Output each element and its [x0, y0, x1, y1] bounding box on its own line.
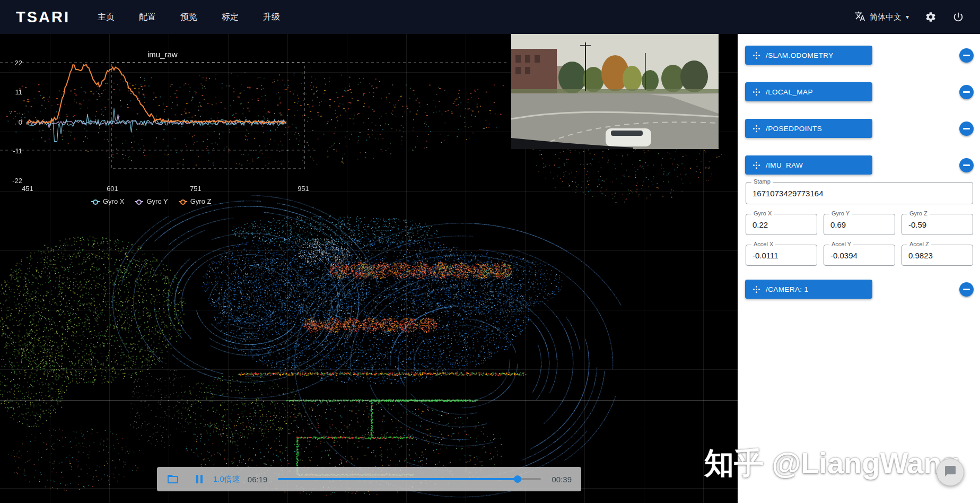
language-label: 简体中文 — [870, 12, 902, 22]
legend-label: Gyro Z — [190, 197, 212, 205]
topic-icon — [752, 285, 760, 293]
accel-z-field-wrap: Accel Z — [902, 245, 973, 266]
topic-row: /CAMERA: 1 — [745, 280, 974, 299]
remove-topic-button[interactable] — [959, 85, 974, 99]
stamp-field[interactable] — [746, 183, 973, 204]
power-button[interactable] — [952, 11, 964, 23]
remove-topic-button[interactable] — [959, 158, 974, 172]
nav-config[interactable]: 配置 — [139, 12, 156, 23]
gyro-z-field[interactable] — [902, 214, 973, 235]
accel-y-field-wrap: Accel Y — [824, 245, 895, 266]
camera-scene — [511, 34, 719, 149]
chart-title: imu_raw — [147, 50, 178, 59]
gyro-x-field[interactable] — [746, 214, 817, 235]
legend-gyro-z: Gyro Z — [179, 197, 212, 205]
topic-label: /IMU_RAW — [766, 161, 803, 169]
nav-upgrade[interactable]: 升级 — [263, 12, 280, 23]
accel-x-field-wrap: Accel X — [746, 245, 817, 266]
topic-icon — [752, 88, 760, 96]
legend-gyro-x: Gyro X — [91, 197, 124, 205]
gyro-y-field-wrap: Gyro Y — [824, 214, 895, 235]
topic-row: /LOCAL_MAP — [745, 82, 974, 101]
remove-topic-button[interactable] — [959, 122, 974, 136]
remove-topic-button[interactable] — [959, 48, 974, 63]
accel-x-label: Accel X — [751, 241, 775, 247]
chart-legend: Gyro X Gyro Y Gyro Z — [91, 197, 211, 205]
language-selector[interactable]: 简体中文 ▾ — [854, 11, 909, 23]
seek-fill — [278, 478, 517, 480]
topic-label: /CAMERA: 1 — [766, 285, 809, 293]
playback-remaining: 00:39 — [552, 475, 572, 484]
app-header: TSARI 主页 配置 预览 标定 升级 简体中文 ▾ — [0, 0, 980, 34]
playback-position: 06:19 — [248, 475, 268, 484]
gyro-x-field-wrap: Gyro X — [746, 214, 817, 235]
accel-y-label: Accel Y — [829, 241, 853, 247]
nav-preview[interactable]: 预览 — [180, 12, 197, 23]
gyro-z-label: Gyro Z — [907, 210, 930, 216]
gyro-y-label: Gyro Y — [829, 210, 852, 216]
accel-x-field[interactable] — [746, 245, 817, 265]
topic-button-posedpoints[interactable]: /POSEDPOINTS — [745, 119, 872, 138]
legend-gyro-y: Gyro Y — [135, 197, 168, 205]
accel-z-label: Accel Z — [907, 241, 931, 247]
topic-button-local-map[interactable]: /LOCAL_MAP — [745, 82, 872, 101]
accel-field-row: Accel X Accel Y Accel Z — [746, 245, 973, 266]
topic-label: /POSEDPOINTS — [766, 125, 822, 133]
topic-icon — [752, 161, 760, 169]
camera-view — [511, 34, 719, 149]
pause-button[interactable] — [196, 475, 203, 483]
playback-speed[interactable]: 1.0倍速 — [213, 474, 240, 484]
app-logo: TSARI — [16, 8, 70, 26]
topic-row: /IMU_RAW — [745, 155, 974, 175]
playback-bar: 1.0倍速 06:19 00:39 — [157, 467, 581, 491]
topic-row: /SLAM.ODOMETRY — [745, 46, 974, 65]
stamp-field-wrap: Stamp — [746, 182, 973, 204]
seek-slider[interactable] — [278, 478, 541, 480]
topic-button-camera-1[interactable]: /CAMERA: 1 — [745, 280, 872, 299]
translate-icon — [854, 11, 865, 23]
remove-topic-button[interactable] — [959, 282, 974, 297]
pointcloud-viewport[interactable]: 22 11 0 -11 -22 451 601 751 951 imu_raw … — [0, 34, 738, 503]
gear-icon — [925, 11, 937, 23]
chevron-down-icon: ▾ — [906, 13, 909, 21]
topic-label: /LOCAL_MAP — [766, 88, 813, 96]
settings-button[interactable] — [925, 11, 937, 23]
feedback-button[interactable] — [937, 458, 964, 486]
gyro-field-row: Gyro X Gyro Y Gyro Z — [746, 214, 973, 235]
nav-home[interactable]: 主页 — [98, 12, 115, 23]
topic-button-imu-raw[interactable]: /IMU_RAW — [745, 155, 872, 175]
main-nav: 主页 配置 预览 标定 升级 — [98, 12, 280, 23]
chat-icon — [944, 465, 957, 480]
topic-icon — [752, 51, 760, 59]
accel-z-field[interactable] — [902, 245, 973, 265]
legend-marker-icon — [179, 201, 187, 202]
gyro-z-field-wrap: Gyro Z — [902, 214, 973, 235]
grid-line — [0, 400, 738, 401]
imu-raw-panel: Stamp Gyro X Gyro Y Gyro Z Accel X — [746, 182, 973, 266]
topics-sidebar: /SLAM.ODOMETRY /LOCAL_MAP /POSEDPOINTS /… — [738, 34, 980, 503]
gyro-x-label: Gyro X — [751, 210, 774, 216]
topic-icon — [752, 125, 760, 133]
stamp-field-label: Stamp — [751, 178, 773, 185]
topic-row: /POSEDPOINTS — [745, 119, 974, 138]
accel-y-field[interactable] — [824, 245, 895, 265]
topic-label: /SLAM.ODOMETRY — [766, 51, 834, 59]
gyro-y-field[interactable] — [824, 214, 895, 235]
legend-marker-icon — [91, 201, 100, 202]
power-icon — [952, 11, 964, 23]
topic-button-slam-odometry[interactable]: /SLAM.ODOMETRY — [745, 46, 872, 65]
nav-calibration[interactable]: 标定 — [222, 12, 239, 23]
legend-label: Gyro X — [103, 197, 124, 205]
legend-label: Gyro Y — [146, 197, 168, 205]
legend-marker-icon — [135, 201, 143, 202]
seek-thumb[interactable] — [514, 475, 521, 483]
folder-icon[interactable] — [167, 473, 179, 485]
